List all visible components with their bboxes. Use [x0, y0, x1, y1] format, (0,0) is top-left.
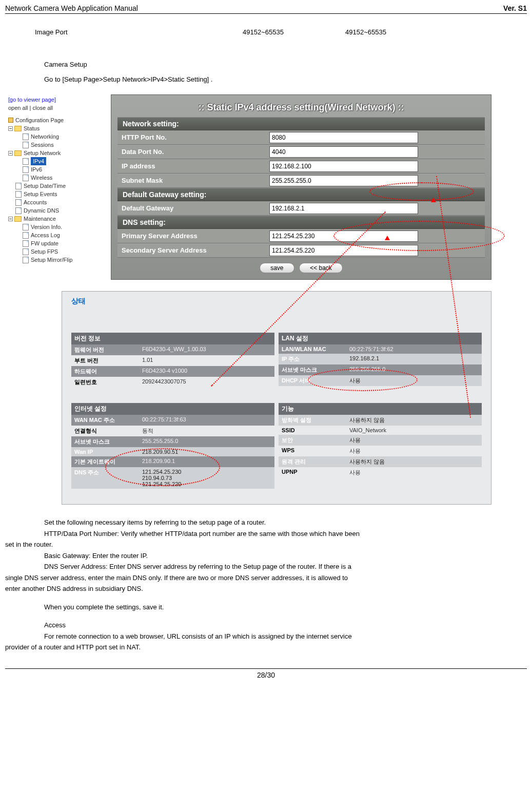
- open-close-links[interactable]: open all | close all: [8, 105, 111, 111]
- hardware-value: F6D4230-4 v1000: [139, 366, 274, 377]
- doc-title: Network Camera Web Application Manual: [5, 4, 138, 12]
- section-lan-setting: LAN 설정: [279, 333, 482, 344]
- remote-value: 사용하지 않음: [346, 456, 482, 467]
- paragraph: DNS Server Address: Enter DNS server add…: [5, 562, 527, 571]
- page-number: 28/30: [257, 671, 275, 679]
- wps-value: 사용: [346, 446, 482, 456]
- data-port-label: Data Port No.: [117, 145, 269, 159]
- tree-networking[interactable]: Networking: [23, 132, 111, 141]
- paragraph: Set the following necessary items by ref…: [5, 518, 527, 527]
- document-icon: [15, 199, 22, 206]
- nav-tree-panel: [go to viewer page] open all | close all…: [5, 94, 111, 280]
- document-icon: [23, 232, 29, 239]
- port-range-1: 49152~65535: [243, 28, 345, 36]
- upnp-label: UPNP: [279, 467, 346, 478]
- annotation-ellipse-dns2: [105, 448, 220, 486]
- collapse-icon: [8, 151, 13, 156]
- save-button[interactable]: save: [260, 263, 294, 273]
- section-internet-setting: 인터넷 설정: [71, 403, 274, 415]
- arrow-icon: [385, 236, 390, 240]
- document-icon: [23, 158, 29, 165]
- ip-address-input[interactable]: [269, 161, 418, 172]
- doc-version: Ver. S1: [503, 4, 527, 12]
- tree-ipv6[interactable]: IPv6: [23, 165, 111, 174]
- serial-label: 일련번호: [71, 377, 139, 388]
- tree-status[interactable]: Status: [8, 124, 111, 132]
- section-version-info: 버전 정보: [71, 333, 274, 344]
- snmask2-value: 255.255.255.0: [139, 436, 274, 447]
- subnet-mask-label: Subnet Mask: [117, 174, 269, 187]
- port-label: Image Port: [35, 28, 243, 36]
- paragraph: For remote connection to a web browser, …: [5, 632, 527, 641]
- tree-setup-fps[interactable]: Setup FPS: [23, 247, 111, 256]
- tree-ipv4[interactable]: IPv4: [23, 157, 111, 165]
- tree-version-info[interactable]: Version Info.: [23, 223, 111, 231]
- tree-setup-datetime[interactable]: Setup Date/Time: [15, 182, 111, 190]
- lanmac-label: LAN/WLAN MAC: [279, 344, 346, 354]
- http-port-input[interactable]: [269, 132, 418, 143]
- port-range-2: 49152~65535: [345, 28, 386, 36]
- primary-dns-label: Primary Server Address: [117, 229, 269, 243]
- tree-maintenance[interactable]: Maintenance: [8, 215, 111, 223]
- arrow-icon: [431, 198, 436, 202]
- tree-setup-events[interactable]: Setup Events: [15, 190, 111, 198]
- hardware-label: 하드웨어: [71, 366, 139, 377]
- security-value: 사용: [346, 435, 482, 446]
- conn-value: 동적: [139, 426, 274, 436]
- document-icon: [23, 257, 29, 263]
- firewall-label: 방화벽 설정: [279, 415, 346, 426]
- serial-value: 20924423007075: [139, 377, 274, 388]
- wps-label: WPS: [279, 446, 346, 456]
- remote-label: 원격 관리: [279, 456, 346, 467]
- paragraph: Basic Gateway: Enter the router IP.: [5, 551, 527, 561]
- document-icon: [23, 166, 29, 173]
- paragraph: enter another DNS address in subsidiary …: [5, 584, 527, 593]
- gateway-input[interactable]: [269, 203, 418, 214]
- annotation-ellipse-gateway: [369, 182, 474, 201]
- folder-icon: [14, 126, 22, 131]
- upnp-value: 사용: [346, 467, 482, 478]
- goto-viewer-link[interactable]: [go to viewer page]: [8, 97, 111, 103]
- annotation-ellipse-dns: [333, 221, 505, 251]
- tree-dynamic-dns[interactable]: Dynamic DNS: [15, 206, 111, 215]
- data-port-input[interactable]: [269, 146, 418, 158]
- document-icon: [23, 133, 29, 140]
- section-network: Network setting:: [117, 117, 485, 130]
- tree-wireless[interactable]: Wireless: [23, 174, 111, 182]
- boot-label: 부트 버전: [71, 355, 139, 366]
- firewall-value: 사용하지 않음: [346, 415, 482, 426]
- ipv4-title: :: Static IPv4 address setting(Wired Net…: [111, 95, 491, 117]
- ip-address-label: IP address: [117, 159, 269, 173]
- tree-setup-mirror[interactable]: Setup Mirror/Flip: [23, 256, 111, 264]
- document-icon: [23, 142, 29, 148]
- tree-sessions[interactable]: Sessions: [23, 141, 111, 149]
- wanmac-label: WAN MAC 주소: [71, 415, 139, 426]
- paragraph: HTTP/Data Port Number: Verify whether HT…: [5, 529, 527, 539]
- document-icon: [23, 224, 29, 230]
- firmware-value: F6D4230-4_WW_1.00.03: [139, 344, 274, 355]
- back-button[interactable]: << back: [299, 263, 343, 273]
- tree-config-page[interactable]: Configuration Page: [8, 116, 111, 124]
- security-label: 보안: [279, 435, 346, 446]
- tree-access-log[interactable]: Access Log: [23, 231, 111, 239]
- document-icon: [23, 240, 29, 247]
- document-icon: [15, 191, 22, 198]
- folder-icon: [14, 150, 22, 156]
- tree-accounts[interactable]: Accounts: [15, 198, 111, 206]
- ssid-label: SSID: [279, 426, 346, 435]
- folder-icon: [14, 216, 22, 222]
- document-icon: [15, 183, 22, 189]
- camera-setup-heading: Camera Setup: [44, 61, 527, 68]
- tree-fw-update[interactable]: FW update: [23, 239, 111, 247]
- ipaddr-label: IP 주소: [279, 354, 346, 364]
- document-icon: [15, 207, 22, 214]
- tree-setup-network[interactable]: Setup Network: [8, 149, 111, 157]
- ssid-value: VAIO_Network: [346, 426, 482, 435]
- square-icon: [8, 118, 13, 123]
- paragraph: set in the router.: [5, 540, 527, 549]
- section-feature: 기능: [279, 403, 482, 415]
- gateway-label: Default Gateway: [117, 201, 269, 215]
- paragraph: Access: [5, 621, 527, 630]
- page-footer: 28/30: [5, 668, 527, 679]
- router-title: 상태: [71, 297, 482, 306]
